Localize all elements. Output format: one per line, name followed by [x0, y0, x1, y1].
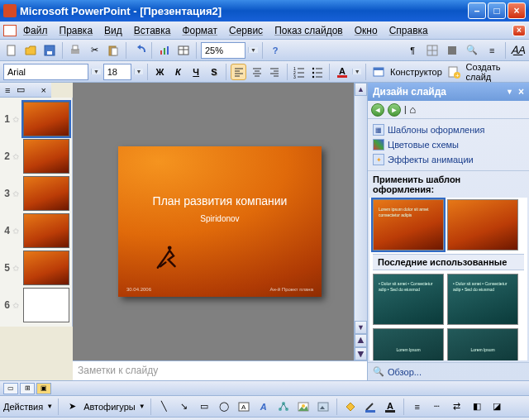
menu-tools[interactable]: Сервис	[224, 23, 268, 38]
undo-icon[interactable]	[131, 42, 147, 59]
textbox-icon[interactable]: A	[236, 399, 252, 415]
select-icon[interactable]: ➤	[64, 399, 80, 415]
template-thumb-4[interactable]: • Dolor sit amet • Consectetur adip • Se…	[447, 274, 518, 325]
shadow-button[interactable]: S	[207, 64, 222, 80]
underline-button[interactable]: Ч	[188, 64, 204, 80]
prev-slide-icon[interactable]: ⯅	[355, 334, 367, 347]
new-icon[interactable]	[3, 42, 20, 59]
menu-format[interactable]: Формат	[177, 23, 222, 38]
save-icon[interactable]	[41, 42, 58, 59]
align-right-icon[interactable]	[267, 64, 283, 80]
chart-icon[interactable]	[156, 42, 173, 59]
taskpane-close-icon[interactable]: ×	[518, 86, 524, 98]
font-dropdown-icon[interactable]: ▼	[91, 69, 100, 74]
menu-window[interactable]: Окно	[350, 23, 383, 38]
designer-button[interactable]: Конструктор	[388, 67, 444, 77]
picture-icon[interactable]	[315, 399, 331, 415]
slideshow-view-icon[interactable]: ▣	[36, 383, 51, 394]
zoom-dropdown-icon[interactable]: ▼	[248, 47, 258, 53]
color-icon[interactable]	[444, 42, 460, 59]
template-thumb-5[interactable]: Lorem Ipsum	[373, 328, 444, 360]
cut-icon[interactable]: ✂	[86, 42, 102, 59]
nav-fwd-icon[interactable]: ►	[388, 103, 401, 117]
thumb-row-2[interactable]: 2✩	[2, 139, 70, 174]
bold-button[interactable]: Ж	[152, 64, 168, 80]
align-left-icon[interactable]	[231, 64, 246, 80]
minimize-button[interactable]: –	[468, 2, 486, 19]
clipart-icon[interactable]	[295, 399, 312, 415]
menu-help[interactable]: Справка	[384, 23, 433, 38]
template-thumb-3[interactable]: • Dolor sit amet • Consectetur adip • Se…	[373, 274, 444, 325]
template-thumb-1[interactable]: Lorem ipsum dolor sit amet consectetur a…	[373, 199, 444, 251]
thumb-row-3[interactable]: 3✩	[2, 176, 70, 211]
font-color-dropdown-icon[interactable]: ▼	[352, 69, 361, 74]
shadow-style-icon[interactable]: ◧	[469, 399, 485, 415]
diagram-icon[interactable]	[275, 399, 292, 415]
oval-icon[interactable]: ◯	[216, 399, 232, 415]
showhide-icon[interactable]: ¶	[404, 42, 421, 59]
open-icon[interactable]	[22, 42, 39, 59]
wordart-icon[interactable]: A	[255, 399, 272, 415]
bullets-icon[interactable]	[310, 64, 326, 80]
table-icon[interactable]	[175, 42, 192, 59]
notes-pane[interactable]: Заметки к слайду	[73, 360, 367, 380]
size-combo[interactable]: 18	[103, 64, 131, 80]
thumb-row-5[interactable]: 5✩	[2, 251, 70, 285]
line-icon[interactable]: ╲	[156, 399, 173, 415]
outline-tab-icon[interactable]: ≡	[5, 85, 10, 95]
line-color-icon[interactable]	[362, 399, 379, 415]
expand-icon[interactable]: ≡	[484, 42, 500, 59]
nav-back-icon[interactable]: ◄	[371, 103, 384, 117]
slides-tab-icon[interactable]: ▭	[17, 84, 25, 95]
menu-view[interactable]: Вид	[99, 23, 127, 38]
arrow-icon[interactable]: ↘	[176, 399, 193, 415]
font-combo[interactable]: Arial	[3, 64, 88, 80]
new-slide-button[interactable]: Создать слайд	[465, 62, 526, 82]
close-button[interactable]: ×	[508, 2, 526, 19]
scroll-down-icon[interactable]: ▼	[355, 321, 367, 334]
help-icon[interactable]: ?	[267, 42, 284, 59]
link-anim[interactable]: ✦Эффекты анимации	[373, 152, 524, 167]
italic-button[interactable]: К	[170, 64, 186, 80]
scroll-up-icon[interactable]: ▲	[355, 83, 367, 96]
browse-link[interactable]: Обзор...	[388, 367, 422, 377]
thumb-row-6[interactable]: 6✩	[2, 288, 70, 322]
font-color2-icon[interactable]: A	[382, 399, 398, 415]
next-slide-icon[interactable]: ⯆	[355, 347, 367, 360]
3d-icon[interactable]: ◪	[488, 399, 505, 415]
fill-color-icon[interactable]	[342, 399, 359, 415]
zoom-combo[interactable]: 25%	[201, 42, 245, 59]
maximize-button[interactable]: □	[488, 2, 506, 19]
link-templates[interactable]: ▦Шаблоны оформления	[373, 122, 524, 137]
template-thumb-2[interactable]	[447, 199, 518, 251]
taskpane-dropdown-icon[interactable]: ▼	[506, 88, 513, 96]
arrow-style-icon[interactable]: ⇄	[449, 399, 465, 415]
zoom-in-icon[interactable]: 🔍	[464, 42, 480, 59]
link-colors[interactable]: Цветовые схемы	[373, 137, 524, 152]
thumb-row-1[interactable]: 1✩	[2, 102, 70, 136]
numbering-icon[interactable]: 123	[292, 64, 307, 80]
autoshapes-menu[interactable]: Автофигуры	[83, 402, 136, 412]
slide-canvas[interactable]: План развития компании Spiridonov 30.04.…	[73, 83, 367, 360]
actions-menu[interactable]: Действия	[3, 402, 43, 412]
new-slide-icon[interactable]: +	[446, 64, 462, 80]
menu-edit[interactable]: Правка	[55, 23, 98, 38]
paste-icon[interactable]	[105, 42, 122, 59]
pane-close-icon[interactable]: ×	[41, 85, 46, 95]
rectangle-icon[interactable]: ▭	[196, 399, 212, 415]
size-dropdown-icon[interactable]: ▼	[134, 69, 143, 74]
sorter-view-icon[interactable]: ⊞	[20, 383, 35, 394]
font-color-icon[interactable]: A	[334, 64, 350, 80]
template-thumb-6[interactable]: Lorem Ipsum	[447, 328, 518, 360]
menu-slideshow[interactable]: Показ слайдов	[269, 23, 348, 38]
design-icon[interactable]	[370, 64, 386, 80]
align-center-icon[interactable]	[249, 64, 264, 80]
font-swap-icon[interactable]: A͟A	[511, 44, 526, 56]
line-weight-icon[interactable]: ≡	[409, 399, 426, 415]
grid-icon[interactable]	[424, 42, 441, 59]
menu-insert[interactable]: Вставка	[129, 23, 176, 38]
print-icon[interactable]	[67, 42, 83, 59]
nav-home-icon[interactable]: ⌂	[410, 103, 417, 116]
slide-vscrollbar[interactable]: ▲ ▼ ⯅ ⯆	[354, 83, 367, 360]
menu-file[interactable]: Файл	[18, 23, 53, 38]
